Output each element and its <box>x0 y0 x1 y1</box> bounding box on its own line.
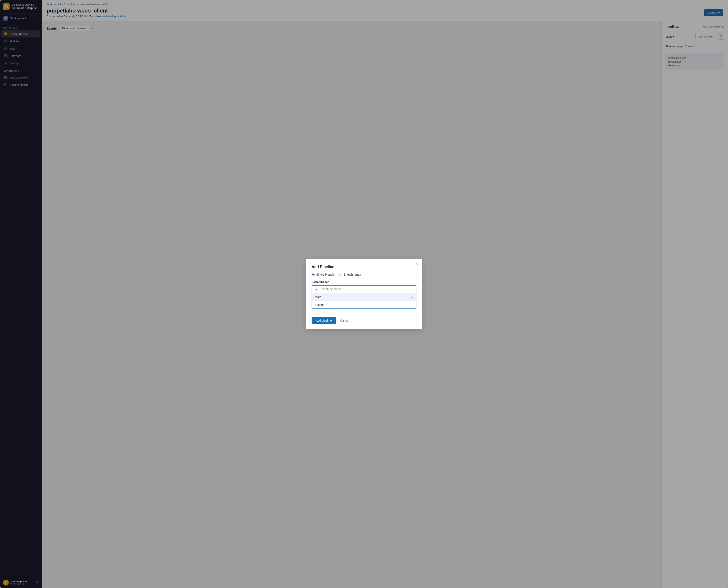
select-branch-section-label: Select branch <box>312 280 416 284</box>
modal-footer: Add pipeline Cancel <box>312 313 416 324</box>
branch-list: main ✓ master <box>312 293 416 309</box>
check-icon-main: ✓ <box>411 295 413 299</box>
branch-search-input[interactable] <box>319 288 414 291</box>
single-branch-radio[interactable] <box>312 273 315 276</box>
branch-item-main[interactable]: main ✓ <box>312 293 416 301</box>
modal-overlay: Add Pipeline × Single branch Branch rege… <box>0 0 728 588</box>
search-icon <box>314 288 318 291</box>
modal-add-pipeline-button[interactable]: Add pipeline <box>312 317 336 324</box>
add-pipeline-modal: Add Pipeline × Single branch Branch rege… <box>306 259 422 329</box>
svg-line-18 <box>316 290 317 290</box>
branch-name-main: main <box>315 295 321 299</box>
branch-item-master[interactable]: master <box>312 301 416 309</box>
branch-name-master: master <box>315 303 324 307</box>
branch-regex-radio[interactable] <box>339 273 342 276</box>
branch-search-box <box>312 285 416 293</box>
modal-title: Add Pipeline <box>312 265 416 269</box>
branch-regex-radio-label[interactable]: Branch regex <box>339 273 361 276</box>
single-branch-radio-label[interactable]: Single branch <box>312 273 334 276</box>
branch-type-radio-group: Single branch Branch regex <box>312 273 416 276</box>
single-branch-label: Single branch <box>316 273 334 276</box>
modal-close-button[interactable]: × <box>416 262 419 267</box>
modal-cancel-button[interactable]: Cancel <box>338 317 351 324</box>
branch-regex-label: Branch regex <box>344 273 361 276</box>
